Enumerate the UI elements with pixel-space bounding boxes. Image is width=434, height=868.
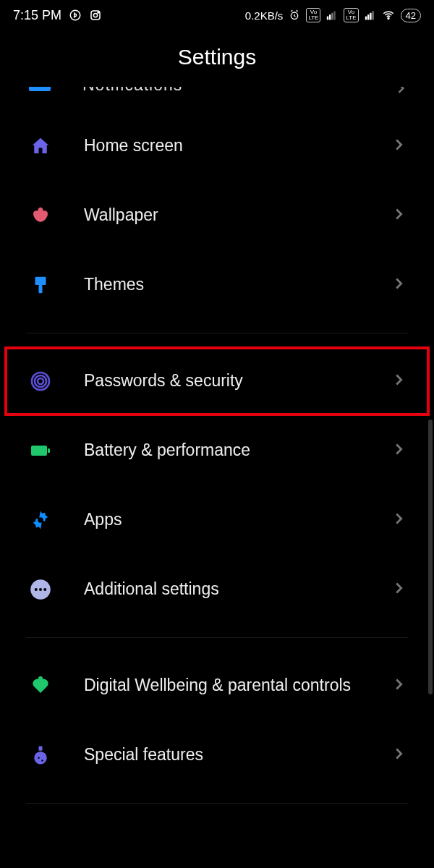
chevron-right-icon [393,87,408,98]
flask-icon [26,741,55,770]
row-label: Additional settings [84,579,391,600]
svg-point-24 [39,588,42,591]
volte-icon-2: VoLTE [344,8,358,22]
svg-point-3 [98,12,99,14]
brush-icon [26,271,55,299]
row-label: Wallpaper [84,205,391,226]
row-label: Special features [84,744,391,766]
flower-icon [26,201,55,230]
row-label: Digital Wellbeing & parental controls [84,675,391,697]
signal-icon-1 [326,9,338,21]
svg-rect-5 [327,17,328,20]
settings-row-special-features[interactable]: Special features [7,723,427,787]
pinterest-icon [69,9,82,22]
volte-icon-1: VoLTE [306,8,320,22]
heart-icon [26,671,55,700]
svg-rect-6 [329,14,331,20]
svg-point-21 [38,517,43,523]
svg-point-23 [35,588,38,591]
chevron-right-icon [391,276,408,294]
page-title: Settings [0,45,434,69]
settings-row-wallpaper[interactable]: Wallpaper [7,184,427,247]
battery-indicator: 42 [401,9,421,22]
row-label: Apps [84,509,391,531]
chevron-right-icon [391,137,408,156]
fingerprint-icon [26,367,55,396]
battery-icon [26,436,55,465]
alarm-icon [289,9,300,21]
status-netspeed: 0.2KB/s [245,9,284,22]
svg-rect-8 [334,11,336,20]
section-divider [26,637,408,638]
notifications-icon [29,87,51,91]
svg-point-28 [34,752,47,765]
wifi-icon [382,9,395,22]
chevron-right-icon [391,746,408,765]
row-label: Themes [84,274,391,296]
svg-rect-20 [48,448,50,453]
chevron-right-icon [391,511,408,529]
instagram-icon [89,9,102,22]
row-label: Notifications [82,87,182,95]
settings-row-battery-performance[interactable]: Battery & performance [7,419,427,482]
status-bar: 7:15 PM 0.2KB/s VoLTE VoLTE 42 [0,0,434,30]
svg-point-17 [35,375,46,387]
chevron-right-icon [391,676,408,695]
home-icon [26,132,55,161]
section-divider [26,333,408,333]
chevron-right-icon [391,580,408,599]
svg-rect-9 [365,17,366,20]
svg-rect-12 [372,11,373,20]
settings-row-digital-wellbeing[interactable]: Digital Wellbeing & parental controls [7,654,427,718]
svg-point-30 [38,757,40,760]
svg-rect-10 [367,14,369,20]
svg-point-2 [93,13,97,17]
svg-rect-14 [35,277,46,285]
settings-row-themes[interactable]: Themes [7,253,427,317]
settings-row-home-screen[interactable]: Home screen [7,114,427,178]
chevron-right-icon [391,441,408,460]
settings-list: Notifications Home screenWallpaperThemes… [0,87,434,804]
row-label: Battery & performance [84,440,391,461]
svg-point-13 [388,18,389,20]
svg-point-25 [43,588,46,591]
signal-icon-2 [365,9,376,21]
status-time: 7:15 PM [13,8,61,23]
settings-row-additional-settings[interactable]: Additional settings [7,558,427,621]
dots-icon [26,575,55,604]
svg-rect-27 [39,746,43,751]
svg-rect-7 [332,13,333,20]
gear-icon [26,506,55,535]
chevron-right-icon [391,206,408,225]
chevron-right-icon [391,372,408,391]
svg-point-29 [41,760,43,762]
scrollbar[interactable] [428,420,433,694]
section-divider [26,803,408,804]
settings-row-apps[interactable]: Apps [7,488,427,552]
svg-rect-11 [370,13,371,20]
svg-rect-15 [39,285,43,293]
row-label: Home screen [84,135,391,157]
settings-row-notifications-partial[interactable]: Notifications [0,87,434,111]
settings-row-passwords-security[interactable]: Passwords & security [7,349,427,413]
svg-rect-19 [31,446,47,456]
svg-point-0 [70,10,80,20]
row-label: Passwords & security [84,370,391,392]
svg-point-18 [38,378,43,384]
page-header: Settings [0,30,434,87]
